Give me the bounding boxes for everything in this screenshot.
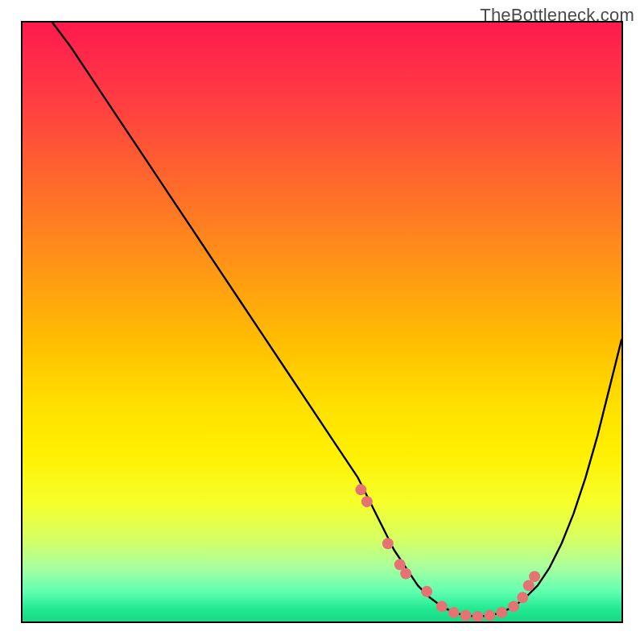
chart-data-point bbox=[517, 592, 528, 603]
chart-data-point bbox=[529, 571, 540, 582]
chart-data-point bbox=[496, 607, 507, 618]
chart-data-point bbox=[361, 496, 373, 507]
chart-data-point bbox=[484, 610, 495, 621]
chart-data-point bbox=[382, 538, 394, 549]
chart-data-point bbox=[448, 607, 460, 618]
chart-data-point bbox=[508, 601, 519, 612]
chart-data-point bbox=[355, 484, 366, 495]
chart-data-point bbox=[472, 611, 483, 621]
chart-curve bbox=[52, 23, 621, 617]
chart-plot-area bbox=[21, 21, 623, 623]
chart-data-point bbox=[400, 568, 411, 580]
chart-svg bbox=[23, 23, 621, 621]
chart-data-point bbox=[421, 586, 432, 597]
chart-data-point bbox=[460, 610, 472, 621]
chart-data-point bbox=[436, 601, 448, 612]
watermark-text: TheBottleneck.com bbox=[480, 5, 634, 26]
